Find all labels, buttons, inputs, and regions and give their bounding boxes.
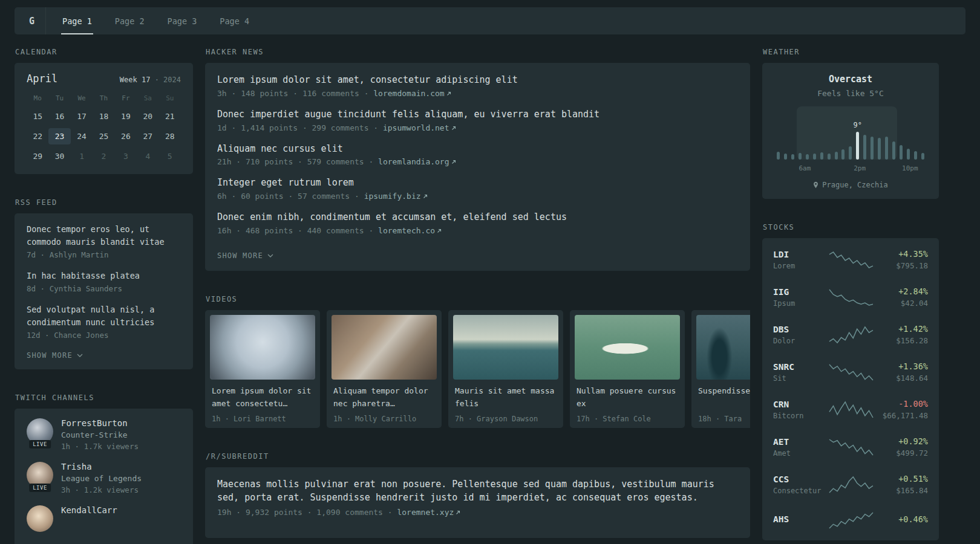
calendar-cell: 21 xyxy=(159,108,181,125)
video-meta: 17h · Stefan Cole xyxy=(575,415,680,423)
hn-headline[interactable]: Lorem ipsum dolor sit amet, consectetur … xyxy=(217,74,738,87)
video-card[interactable]: Nullam posuere cursus ex 17h · Stefan Co… xyxy=(570,310,685,428)
rss-headline[interactable]: Donec tempor eros leo, ut commodo mauris… xyxy=(27,223,181,248)
calendar-cell: 26 xyxy=(115,128,137,144)
stock-symbol: CCS xyxy=(773,474,828,484)
stock-row[interactable]: SNRCSit +1.36%$148.64 xyxy=(773,361,928,383)
twitch-widget: TWITCH CHANNELS LIVE ForrestBurton Count… xyxy=(15,393,193,544)
twitch-channel-row[interactable]: LIVE Trisha League of Legends 3h · 1.2k … xyxy=(27,462,181,494)
channel-name: ForrestBurton xyxy=(61,418,139,428)
tab-page-3[interactable]: Page 3 xyxy=(156,7,209,34)
twitch-channel-row[interactable]: KendallCarr xyxy=(27,505,181,534)
weather-bar xyxy=(841,109,844,160)
weather-bar xyxy=(820,109,823,160)
hn-source-link[interactable]: ipsumworld.net xyxy=(383,123,456,132)
tab-page-1[interactable]: Page 1 xyxy=(51,7,103,34)
video-thumbnail xyxy=(575,315,680,380)
stock-row[interactable]: CCSConsectetur +0.51%$165.84 xyxy=(773,474,928,495)
hn-show-more-button[interactable]: SHOW MORE xyxy=(217,251,273,260)
section-title-calendar: CALENDAR xyxy=(15,48,193,56)
section-title-subreddit: /R/SUBREDDIT xyxy=(206,452,750,461)
video-card[interactable]: Suspendisse diam 18h · Tara xyxy=(691,310,750,428)
stock-symbol: SNRC xyxy=(773,362,828,372)
stock-symbol: AET xyxy=(773,437,828,447)
stock-row[interactable]: IIGIpsum +2.84%$42.04 xyxy=(773,287,928,308)
calendar-day-name: We xyxy=(71,92,93,108)
avatar: LIVE xyxy=(27,462,53,491)
weather-time-label: 2pm xyxy=(854,164,866,172)
hn-headline[interactable]: Integer eget rutrum lorem xyxy=(217,176,738,190)
tab-page-2[interactable]: Page 2 xyxy=(103,7,156,34)
section-title-stocks: STOCKS xyxy=(763,223,939,232)
calendar-cell: 16 xyxy=(48,108,70,125)
weather-bar xyxy=(921,109,924,160)
stock-sparkline xyxy=(828,363,874,381)
weather-bar xyxy=(835,109,838,160)
rss-headline[interactable]: Sed volutpat nulla nisl, a condimentum n… xyxy=(27,303,181,329)
weather-bar xyxy=(863,109,866,160)
weather-bar xyxy=(914,109,917,160)
channel-meta: 3h · 1.2k viewers xyxy=(61,485,142,494)
video-title: Lorem ipsum dolor sit amet consectetu… xyxy=(210,385,315,410)
video-title: Nullam posuere cursus ex xyxy=(575,385,680,410)
weather-bars: 9° xyxy=(776,109,926,160)
calendar-cell: 28 xyxy=(159,128,181,144)
stock-name: Ipsum xyxy=(773,299,828,308)
weather-bar xyxy=(849,109,852,160)
tab-page-4[interactable]: Page 4 xyxy=(208,7,261,34)
hn-source-link[interactable]: loremlandia.org xyxy=(378,157,456,166)
hn-source-link[interactable]: ipsumify.biz xyxy=(364,192,428,201)
stock-symbol: CRN xyxy=(773,400,828,409)
video-meta: 1h · Molly Carrillo xyxy=(332,415,437,423)
calendar-cell: 19 xyxy=(115,108,137,125)
stock-row[interactable]: DBSDolor +1.42%$156.28 xyxy=(773,324,928,345)
stock-row[interactable]: AETAmet +0.92%$499.72 xyxy=(773,436,928,458)
stock-name: Sit xyxy=(773,374,828,383)
video-card[interactable]: Aliquam tempor dolor nec pharetra… 1h · … xyxy=(327,310,442,428)
hn-headline[interactable]: Donec enim nibh, condimentum et accumsan… xyxy=(217,211,738,224)
weather-bar xyxy=(791,109,794,160)
reddit-source-link[interactable]: loremnet.xyz xyxy=(397,508,460,517)
stock-change: +0.46% xyxy=(874,514,928,524)
video-title: Suspendisse diam xyxy=(696,385,750,410)
hn-meta: 16h · 468 points · 440 comments · loremt… xyxy=(217,226,738,235)
live-badge: LIVE xyxy=(29,484,51,492)
stock-row[interactable]: LDILorem +4.35%$795.18 xyxy=(773,249,928,270)
hackernews-card: Lorem ipsum dolor sit amet, consectetur … xyxy=(205,63,750,271)
hackernews-widget: HACKER NEWS Lorem ipsum dolor sit amet, … xyxy=(205,48,750,271)
rss-headline[interactable]: In hac habitasse platea xyxy=(27,270,181,282)
video-card[interactable]: Lorem ipsum dolor sit amet consectetu… 1… xyxy=(205,310,320,428)
weather-bar xyxy=(777,109,780,160)
videos-widget: VIDEOS Lorem ipsum dolor sit amet consec… xyxy=(205,295,750,428)
hn-headline[interactable]: Donec imperdiet augue tincidunt felis al… xyxy=(217,108,738,121)
reddit-headline[interactable]: Maecenas mollis pulvinar erat non posuer… xyxy=(217,478,738,505)
rss-item: Sed volutpat nulla nisl, a condimentum n… xyxy=(27,303,181,340)
stock-price: $795.18 xyxy=(874,261,928,270)
stock-row[interactable]: CRNBitcorn -1.00%$66,171.48 xyxy=(773,399,928,420)
stocks-card: LDILorem +4.35%$795.18 IIGIpsum +2.84%$4… xyxy=(762,238,939,540)
hn-item: Donec imperdiet augue tincidunt felis al… xyxy=(217,108,738,132)
stock-price: $42.04 xyxy=(874,299,928,308)
hn-meta: 21h · 710 points · 579 comments · loreml… xyxy=(217,157,738,166)
app-logo[interactable]: G xyxy=(18,7,46,34)
hn-item: Aliquam nec cursus elit 21h · 710 points… xyxy=(217,143,738,167)
stock-change: +1.42% xyxy=(874,324,928,334)
hn-source-link[interactable]: loremdomain.com xyxy=(373,89,451,98)
weather-bar xyxy=(828,109,831,160)
calendar-cell: 29 xyxy=(27,148,48,164)
hn-source-link[interactable]: loremtech.co xyxy=(378,226,442,235)
video-thumbnail xyxy=(210,315,315,380)
calendar-cell: 20 xyxy=(137,108,158,125)
section-title-rss: RSS FEED xyxy=(15,198,193,207)
video-meta: 1h · Lori Barnett xyxy=(210,415,315,423)
stock-sparkline xyxy=(828,401,874,419)
stock-sparkline xyxy=(828,251,874,269)
hn-headline[interactable]: Aliquam nec cursus elit xyxy=(217,143,738,156)
rss-show-more-button[interactable]: SHOW MORE xyxy=(27,351,83,360)
stock-row[interactable]: AHS +0.46% xyxy=(773,511,928,529)
twitch-channel-row[interactable]: LIVE ForrestBurton Counter-Strike 1h · 1… xyxy=(27,418,181,451)
dashboard-page: G Page 1 Page 2 Page 3 Page 4 CALENDAR A… xyxy=(0,0,980,544)
video-card[interactable]: Mauris sit amet massa felis 7h · Grayson… xyxy=(448,310,563,428)
stock-price: $499.72 xyxy=(874,448,928,458)
twitch-card: LIVE ForrestBurton Counter-Strike 1h · 1… xyxy=(15,409,193,544)
